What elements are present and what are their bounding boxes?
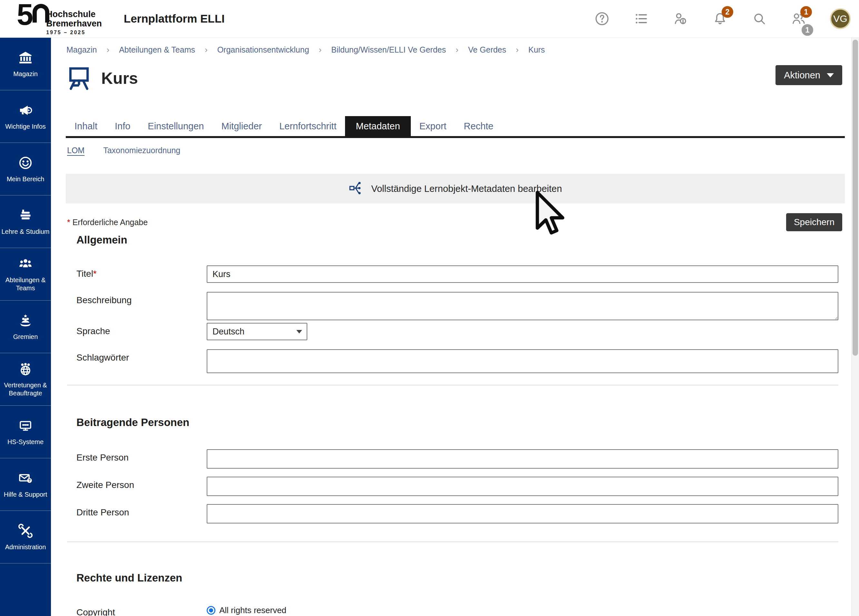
form-row-schlagwoerter: Schlagwörter <box>66 349 839 373</box>
sidebar-item-mein-bereich[interactable]: Mein Bereich <box>0 143 51 195</box>
tab-lernfortschritt[interactable]: Lernfortschritt <box>270 116 345 136</box>
sidebar-item-administration[interactable]: Administration <box>0 511 51 563</box>
banner-label: Vollständige Lernobjekt-Metadaten bearbe… <box>371 183 562 194</box>
committee-icon <box>18 313 33 330</box>
user-avatar[interactable]: VG <box>830 8 851 29</box>
contacts-gray-badge: 1 <box>801 24 813 36</box>
scrollbar-thumb[interactable] <box>853 40 858 356</box>
logo-line1: Hochschule <box>46 10 102 19</box>
copyright-radio[interactable] <box>207 606 216 615</box>
people-icon <box>18 256 33 273</box>
vertical-scrollbar[interactable] <box>851 38 859 616</box>
sidebar-item-hs-systeme[interactable]: HS-Systeme <box>0 406 51 458</box>
monitor-icon <box>18 418 33 435</box>
search-icon[interactable] <box>751 11 767 27</box>
notifications-badge: 2 <box>722 6 733 18</box>
zweite-person-label: Zweite Person <box>77 477 207 490</box>
titel-label: Titel* <box>77 266 207 279</box>
sidebar-item-magazin[interactable]: Magazin <box>0 38 51 90</box>
breadcrumb-separator: › <box>319 45 322 55</box>
breadcrumb-item[interactable]: Magazin <box>66 45 97 55</box>
logo-digit: 5 <box>17 2 32 27</box>
required-asterisk: * <box>93 269 97 279</box>
form-row-dritte-person: Dritte Person <box>66 504 839 524</box>
tab-export[interactable]: Export <box>411 116 455 136</box>
erste-person-label: Erste Person <box>77 449 207 463</box>
form-row-erste-person: Erste Person <box>66 449 839 469</box>
form-row-beschreibung: Beschreibung <box>66 292 839 320</box>
tools-icon <box>18 523 33 540</box>
mail-question-icon: ? <box>18 471 33 487</box>
titel-input[interactable] <box>207 266 839 283</box>
breadcrumb-separator: › <box>205 45 208 55</box>
section-divider <box>67 541 839 542</box>
subtab-lom[interactable]: LOM <box>67 146 84 155</box>
edit-full-metadata-banner[interactable]: Vollständige Lernobjekt-Metadaten bearbe… <box>66 174 845 203</box>
member-alert-icon[interactable] <box>673 11 689 27</box>
section-divider <box>67 385 839 385</box>
actions-button[interactable]: Aktionen <box>776 65 842 85</box>
page-title: Kurs <box>101 69 138 88</box>
chevron-down-icon <box>827 73 834 77</box>
breadcrumb-item[interactable]: Ve Gerdes <box>468 45 506 55</box>
contacts-icon[interactable]: 1 1 <box>791 11 807 27</box>
section-title-beitragende: Beitragende Personen <box>66 416 845 428</box>
sidebar-item-abteilungen-teams[interactable]: Abteilungen & Teams <box>0 248 51 300</box>
required-hint: * Erforderliche Angabe <box>67 213 148 227</box>
help-icon[interactable] <box>594 11 610 27</box>
sidebar-item-label: Hilfe & Support <box>4 491 47 499</box>
sidebar-item-label: Lehre & Studium <box>2 228 50 236</box>
beschreibung-textarea[interactable] <box>207 292 839 320</box>
copyright-option-label: All rights reserved <box>219 605 286 615</box>
breadcrumb-separator: › <box>456 45 459 55</box>
tab-info[interactable]: Info <box>106 116 139 136</box>
zweite-person-input[interactable] <box>207 477 839 496</box>
breadcrumb-item[interactable]: Kurs <box>528 45 545 55</box>
sprache-select[interactable]: Deutsch <box>207 323 307 340</box>
section-title-allgemein: Allgemein <box>66 234 845 246</box>
megaphone-icon <box>18 103 33 119</box>
app-title: Lernplattform ELLI <box>124 12 225 25</box>
sidebar-item-label: Gremien <box>13 333 38 341</box>
list-menu-icon[interactable] <box>633 11 650 27</box>
tab-rechte[interactable]: Rechte <box>455 116 502 136</box>
sidebar-item-label: Abteilungen & Teams <box>1 276 50 292</box>
breadcrumb-item[interactable]: Organisationsentwicklung <box>217 45 309 55</box>
tab-einstellungen[interactable]: Einstellungen <box>139 116 212 136</box>
subtab-taxonomiezuordnung[interactable]: Taxonomiezuordnung <box>103 146 180 155</box>
globe-people-icon <box>18 361 33 378</box>
form-row-titel: Titel* <box>66 266 839 283</box>
beschreibung-label: Beschreibung <box>77 292 207 305</box>
sidebar-item-wichtige-infos[interactable]: Wichtige Infos <box>0 90 51 143</box>
tab-inhalt[interactable]: Inhalt <box>66 116 106 136</box>
sidebar-item-gremien[interactable]: Gremien <box>0 300 51 353</box>
form-row-zweite-person: Zweite Person <box>66 477 839 496</box>
sidebar-item-hilfe-support[interactable]: ? Hilfe & Support <box>0 458 51 511</box>
breadcrumb-item[interactable]: Bildung/Wissen/ELLI Ve Gerdes <box>331 45 446 55</box>
contacts-orange-badge: 1 <box>800 6 812 18</box>
breadcrumb-item[interactable]: Abteilungen & Teams <box>119 45 195 55</box>
breadcrumb-separator: › <box>516 45 519 55</box>
tab-metadaten[interactable]: Metadaten <box>345 116 411 136</box>
dritte-person-input[interactable] <box>207 504 839 524</box>
sidebar-item-vertretungen[interactable]: Vertretungen & Beauftragte <box>0 353 51 406</box>
actions-button-label: Aktionen <box>784 70 820 81</box>
form-row-copyright: Copyright All rights reserved <box>66 604 839 616</box>
tab-mitglieder[interactable]: Mitglieder <box>212 116 270 136</box>
hochschule-bremerhaven-logo: 5 Hochschule Bremerhaven 1975 – 2025 <box>17 2 102 36</box>
sidebar-item-label: Magazin <box>13 70 38 78</box>
bank-icon <box>18 50 33 67</box>
save-button[interactable]: Speichern <box>786 213 842 231</box>
logo-50: 5 <box>17 2 49 27</box>
top-header: 5 Hochschule Bremerhaven 1975 – 2025 Ler… <box>0 0 859 38</box>
main-sidebar: Magazin Wichtige Infos Mein Bereich Lehr… <box>0 38 51 616</box>
form-row-sprache: Sprache Deutsch <box>66 323 839 340</box>
section-title-rechte: Rechte und Lizenzen <box>66 572 845 584</box>
schlagwoerter-input[interactable] <box>207 349 839 373</box>
notifications-bell-icon[interactable]: 2 <box>712 11 728 27</box>
sidebar-item-label: Vertretungen & Beauftragte <box>1 381 50 397</box>
books-icon <box>18 208 33 225</box>
sidebar-item-lehre-studium[interactable]: Lehre & Studium <box>0 195 51 248</box>
erste-person-input[interactable] <box>207 449 839 469</box>
sidebar-item-label: Administration <box>5 543 46 551</box>
